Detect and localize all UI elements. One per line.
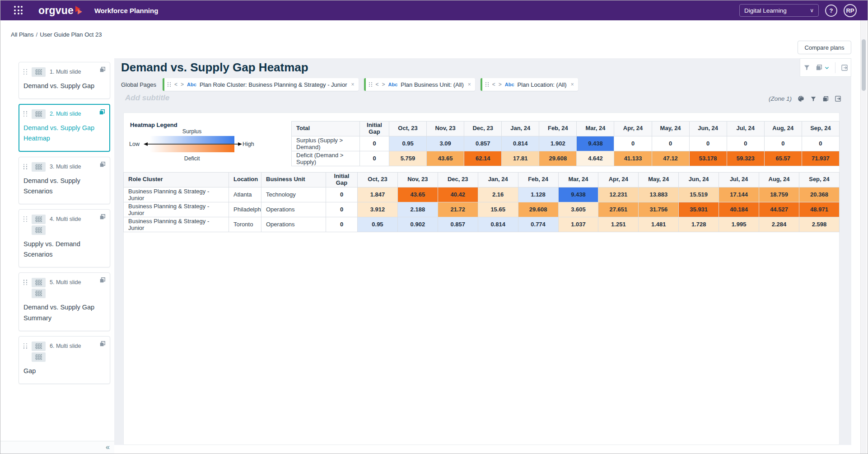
global-filter-chip[interactable]: <>AbcPlan Location: (All)×	[481, 78, 578, 91]
avatar-initials: RP	[846, 7, 854, 14]
initial-gap-cell: 0	[326, 202, 358, 217]
heatmap-cell: 20.368	[799, 187, 839, 202]
chip-drag-handle-icon[interactable]	[369, 82, 373, 87]
heatmap-cell: 17.144	[719, 187, 759, 202]
apps-grid-icon[interactable]	[14, 6, 23, 15]
month-column-header: Dec, 23	[464, 122, 502, 136]
drag-handle-icon[interactable]	[23, 280, 28, 285]
heatmap-cell: 41.133	[614, 151, 652, 166]
heatmap-cell: 0.857	[464, 136, 502, 151]
month-column-header: Jan, 24	[478, 173, 518, 187]
palette-icon[interactable]	[798, 95, 804, 102]
breadcrumb: All Plans/User Guide Plan Oct 23	[11, 31, 102, 38]
avatar[interactable]: RP	[844, 4, 857, 17]
chip-remove-icon[interactable]: ×	[468, 81, 471, 88]
slide-card[interactable]: 4. Multi slideSupply vs. Demand Scenario…	[19, 209, 110, 267]
slide-thumbnail	[32, 162, 46, 172]
month-column-header: Jun, 24	[689, 122, 727, 136]
heatmap-cell: 48.971	[799, 202, 839, 217]
duplicate-slide-icon[interactable]	[99, 214, 106, 220]
slide-card[interactable]: 1. Multi slideDemand vs. Supply Gap	[19, 62, 110, 99]
chip-prev-icon[interactable]: <	[174, 81, 177, 88]
chip-remove-icon[interactable]: ×	[571, 81, 574, 88]
month-column-header: Dec, 23	[438, 173, 478, 187]
location-cell: Philadelphia	[229, 202, 261, 217]
compare-plans-button[interactable]: Compare plans	[798, 41, 851, 54]
slide-thumbnail	[32, 215, 46, 224]
chip-next-icon[interactable]: >	[181, 81, 184, 88]
heatmap-cell: 9.438	[577, 136, 614, 151]
zone-controls: (Zone 1)	[764, 95, 841, 102]
month-column-header: Aug, 24	[759, 173, 799, 187]
drag-handle-icon[interactable]	[23, 216, 28, 222]
heatmap-cell: 21.72	[438, 202, 478, 217]
month-column-header: Jul, 24	[719, 173, 759, 187]
slide-title: Demand vs. Supply Gap	[23, 81, 105, 91]
location-header: Location	[229, 173, 261, 187]
breadcrumb-all-plans-link[interactable]: All Plans	[11, 31, 34, 38]
chip-prev-icon[interactable]: <	[376, 81, 379, 88]
chip-drag-handle-icon[interactable]	[168, 82, 171, 87]
heatmap-cell: 2.284	[759, 217, 799, 232]
chip-prev-icon[interactable]: <	[492, 81, 495, 88]
drag-handle-icon[interactable]	[23, 164, 28, 169]
slide-thumbnails	[32, 342, 46, 362]
drag-handle-icon[interactable]	[23, 343, 28, 349]
chip-label: Plan Role Cluster: Business Planning & S…	[200, 81, 347, 88]
chip-next-icon[interactable]: >	[382, 81, 385, 88]
row-label: Surplus (Supply > Demand)	[292, 136, 360, 151]
business-unit-cell: Operations	[261, 202, 326, 217]
heatmap-cell: 62.14	[464, 151, 502, 166]
heatmap-cell: 0	[802, 136, 839, 151]
chip-remove-icon[interactable]: ×	[351, 81, 354, 88]
slide-card[interactable]: 6. Multi slideGap	[19, 336, 110, 384]
table-row: Deficit (Demand > Supply)05.75943.6562.1…	[292, 151, 840, 166]
slide-card[interactable]: 3. Multi slideDemand vs. Supply Scenario…	[19, 157, 110, 204]
drag-handle-icon[interactable]	[23, 69, 28, 75]
heatmap-cell: 1.251	[598, 217, 639, 232]
slide-card[interactable]: 5. Multi slideDemand vs. Supply Gap Summ…	[19, 272, 110, 331]
workspace-selector[interactable]: Digital Learning ∨	[739, 4, 819, 17]
heatmap-cell: 0	[652, 136, 689, 151]
collapse-sidebar-button[interactable]: «	[106, 443, 110, 451]
compare-plans-label: Compare plans	[804, 44, 844, 51]
page-title: Demand vs. Supply Gap Heatmap	[121, 61, 308, 75]
chip-next-icon[interactable]: >	[499, 81, 502, 88]
legend-low-label: Low	[129, 141, 140, 147]
vertical-scrollbar[interactable]	[860, 20, 867, 454]
global-filter-chip[interactable]: <>AbcPlan Business Unit: (All)×	[364, 78, 475, 91]
business-unit-cell: Operations	[261, 217, 326, 232]
zone-layers-icon[interactable]	[822, 96, 829, 102]
filter-icon[interactable]	[803, 64, 810, 71]
heatmap-cell: 43.65	[427, 151, 464, 166]
duplicate-slide-icon[interactable]	[99, 109, 105, 115]
zone-filter-icon[interactable]	[810, 96, 817, 102]
workspace-selector-value: Digital Learning	[744, 7, 787, 14]
month-column-header: Apr, 24	[598, 173, 639, 187]
slide-card[interactable]: 2. Multi slideDemand vs. Supply Gap Heat…	[19, 104, 110, 151]
chip-type-badge: Abc	[187, 82, 196, 87]
chip-drag-handle-icon[interactable]	[485, 82, 489, 87]
top-navigation-bar: orgvue Workforce Planning Digital Learni…	[0, 0, 868, 20]
duplicate-slide-icon[interactable]	[99, 66, 106, 73]
month-column-header: Jan, 24	[502, 122, 539, 136]
duplicate-slide-icon[interactable]	[99, 161, 106, 168]
help-button[interactable]: ?	[825, 5, 837, 17]
export-icon[interactable]	[841, 64, 848, 71]
subtitle-placeholder[interactable]: Add subtitle	[125, 94, 169, 103]
duplicate-slide-icon[interactable]	[99, 277, 106, 283]
slide-index-label: 6. Multi slide	[50, 342, 81, 349]
role-cluster-cell: Business Planning & Strategy - Junior	[124, 202, 229, 217]
table-row: Business Planning & Strategy - JuniorPhi…	[124, 202, 840, 217]
orgvue-logo[interactable]: orgvue	[38, 5, 84, 17]
slides-view-dropdown[interactable]	[816, 64, 830, 71]
scrollbar-thumb[interactable]	[862, 39, 866, 91]
duplicate-slide-icon[interactable]	[99, 341, 106, 347]
drag-handle-icon[interactable]	[23, 111, 28, 117]
global-filter-chip[interactable]: <>AbcPlan Role Cluster: Business Plannin…	[163, 78, 358, 91]
month-column-header: Oct, 23	[358, 173, 398, 187]
zone-export-icon[interactable]	[835, 95, 841, 102]
heatmap-legend-title: Heatmap Legend	[130, 122, 177, 128]
chevron-down-icon: ∨	[810, 7, 814, 14]
heatmap-cell: 1.128	[518, 187, 558, 202]
